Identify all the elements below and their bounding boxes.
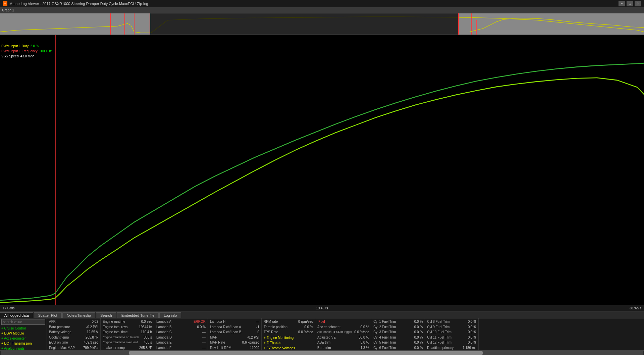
data-row: TPS Rate0.0 %/sec [264, 330, 313, 335]
data-row: Lambda Rich/Lean A-1 [210, 325, 259, 330]
pwm-freq-value: 1000 Hz [39, 49, 52, 54]
pwm-duty-label: PWM Input 1 Duty [1, 44, 29, 49]
scrollbar-track[interactable] [1, 351, 643, 355]
data-row: Acc enrichment0.0 % [317, 325, 369, 330]
app-icon: M [3, 1, 7, 6]
data-row: ASE trim5.0 % [317, 340, 369, 345]
data-row: Intake air temp265.8 °F [103, 346, 152, 351]
data-col-6: -Fuel Acc enrichment0.0 % Acc-enrich TPS… [315, 318, 371, 350]
titlebar-controls: − □ ✕ [619, 1, 641, 6]
pwm-freq-label: PWM Input 1 Frequency [1, 49, 38, 54]
vss-label: VSS Speed [1, 54, 19, 59]
graph-title: Graph 1 [2, 8, 14, 12]
tab-embedded-tune-file[interactable]: Embedded Tune-file [117, 312, 159, 318]
data-row-e-throttle[interactable]: + E-Throttle [264, 341, 313, 346]
data-row-e-throttle-voltages[interactable]: + E-Throttle Voltages [264, 346, 313, 351]
data-row: Lambda C— [156, 330, 206, 335]
overview-area[interactable] [0, 13, 644, 35]
chart-svg [0, 35, 644, 305]
sidebar-cruise-control[interactable]: + Cruise Control [1, 326, 45, 331]
close-button[interactable]: ✕ [635, 1, 641, 6]
data-row: ECU on time469.3 sec [49, 340, 98, 345]
data-col-2: Engine runtime0.0 sec Engine total revs1… [101, 318, 154, 350]
tab-notes-timeslip[interactable]: Notes/Timeslip [62, 312, 95, 318]
data-row: RPM rate0 rpm/sec [264, 319, 313, 324]
time-labels: 17.038s 19.487s 38.927s [0, 305, 644, 311]
data-row: Lambda B0.0 % [156, 325, 206, 330]
time-left: 17.038s [3, 306, 15, 310]
data-row: Lambda AERROR [156, 319, 206, 324]
scrollbar-thumb[interactable] [129, 351, 483, 355]
data-row: Engine total revs19644 kr [103, 325, 152, 330]
data-row: Deadtime primary1.186 ms [427, 346, 476, 351]
data-row-fuel-header: -Fuel [317, 319, 369, 324]
data-row: Lambda Rich/Lean B0 [210, 330, 259, 335]
tab-scatter-plot[interactable]: Scatter Plot [34, 312, 62, 318]
time-right: 38.927s [629, 306, 641, 310]
pwm-freq-line: PWM Input 1 Frequency 1000 Hz [1, 49, 52, 54]
data-col-4: Lambda H— Lambda Rich/Lean A-1 Lambda Ri… [208, 318, 262, 350]
data-row: Baro pressure-0.2 PSI [49, 325, 98, 330]
chart-container: PWM Input 1 Duty 2.0 % PWM Input 1 Frequ… [0, 13, 644, 311]
sidebar-dbw-module[interactable]: + DBW Module [1, 331, 45, 336]
left-sidebar: + Cruise Control + DBW Module + Accelero… [0, 318, 47, 350]
data-row: Cyl 11 Fuel Trim0.0 % [427, 335, 476, 340]
data-row: Engine total time over limit468 s [103, 340, 152, 345]
data-col-8: Cyl 8 Fuel Trim0.0 % Cyl 9 Fuel Trim0.0 … [425, 318, 479, 350]
data-col-7: Cyl 1 Fuel Trim0.0 % Cyl 2 Fuel Trim0.0 … [371, 318, 425, 350]
maximize-button[interactable]: □ [627, 1, 633, 6]
overview-svg [0, 13, 644, 35]
data-col-5: RPM rate0 rpm/sec Throttle position0.0 %… [262, 318, 315, 350]
data-row: MAP Rate0.6 kpa/sec [210, 340, 259, 345]
data-col-1: AFR0.02 Baro pressure-0.2 PSI Battery vo… [47, 318, 101, 350]
tab-log-info[interactable]: Log info [159, 312, 181, 318]
data-row: Cyl 1 Fuel Trim0.0 % [373, 319, 423, 324]
sidebar-accelerometer[interactable]: + Accelerometer [1, 336, 45, 341]
data-row: Engine runtime0.0 sec [103, 319, 152, 324]
data-row: Cyl 5 Fuel Trim0.0 % [373, 340, 423, 345]
data-overlay: PWM Input 1 Duty 2.0 % PWM Input 1 Frequ… [1, 44, 52, 59]
data-row: Engine total time on launch856 s [103, 335, 152, 340]
data-row-engine-monitoring[interactable]: + Engine Monitoring [264, 336, 313, 341]
data-row: Baro trim-1.3 % [317, 346, 369, 351]
data-col-3: Lambda AERROR Lambda B0.0 % Lambda C— La… [154, 318, 208, 350]
svg-rect-8 [0, 35, 644, 305]
main-chart[interactable] [0, 35, 644, 305]
window-title: Mtune Log Viewer - 2017 GSXR1000 Steerin… [9, 2, 148, 6]
data-row: Cyl 6 Fuel Trim0.0 % [373, 346, 423, 351]
tabs-row: All logged data Scatter Plot Notes/Times… [0, 311, 644, 318]
time-center: 19.487s [316, 306, 328, 310]
data-row: Throttle position0.0 % [264, 325, 313, 330]
scrollbar-area[interactable] [0, 350, 644, 355]
sidebar-dct-transmission[interactable]: + DCT Transmission [1, 341, 45, 346]
data-row: Cyl 3 Fuel Trim0.0 % [373, 330, 423, 335]
vss-value: 43.0 mph [20, 54, 35, 59]
pwm-duty-value: 2.0 % [30, 44, 39, 49]
sidebar-analog-inputs[interactable]: + Analog Inputs [1, 346, 45, 350]
data-row: Lambda F— [156, 346, 206, 351]
data-row: Cyl 9 Fuel Trim0.0 % [427, 325, 476, 330]
search-input[interactable] [1, 319, 45, 325]
data-row: AFR0.02 [49, 319, 98, 324]
data-row: Lambda H— [210, 319, 259, 324]
data-row: Cyl 12 Fuel Trim0.0 % [427, 340, 476, 345]
data-row: Rev-limit RPM11000 [210, 346, 259, 351]
data-row: Lambda D— [156, 335, 206, 340]
tab-search[interactable]: Search [96, 312, 116, 318]
minimize-button[interactable]: − [619, 1, 625, 6]
data-row: MAP-0.2 PSI [210, 335, 259, 340]
data-row: Adjusted VE50.0 % [317, 335, 369, 340]
vss-line: VSS Speed 43.0 mph [1, 54, 52, 59]
data-row: Cyl 4 Fuel Trim0.0 % [373, 335, 423, 340]
data-row: Cyl 10 Fuel Trim0.0 % [427, 330, 476, 335]
titlebar: M Mtune Log Viewer - 2017 GSXR1000 Steer… [0, 0, 644, 7]
app: M Mtune Log Viewer - 2017 GSXR1000 Steer… [0, 0, 644, 355]
data-row: Engine total time110.4 h [103, 330, 152, 335]
tab-all-logged-data[interactable]: All logged data [0, 312, 33, 318]
data-row: Cyl 8 Fuel Trim0.0 % [427, 319, 476, 324]
data-row: Coolant temp265.8 °F [49, 335, 98, 340]
data-row: Engine Max MAP799.9 kPa [49, 346, 98, 351]
titlebar-left: M Mtune Log Viewer - 2017 GSXR1000 Steer… [3, 1, 148, 6]
data-row: Cyl 2 Fuel Trim0.0 % [373, 325, 423, 330]
bottom-panel: + Cruise Control + DBW Module + Accelero… [0, 318, 644, 350]
